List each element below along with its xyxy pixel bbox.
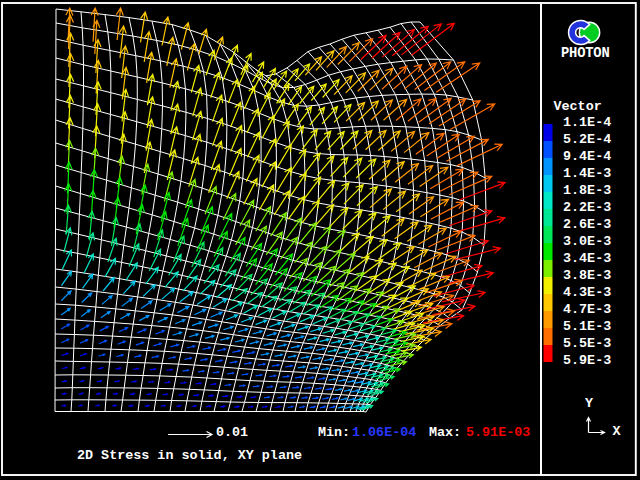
- svg-text:4.7E-3: 4.7E-3: [563, 302, 611, 317]
- svg-text:2D Stress in solid, XY plane: 2D Stress in solid, XY plane: [77, 448, 302, 463]
- svg-text:Max:: Max:: [429, 425, 461, 440]
- svg-text:5.9E-3: 5.9E-3: [563, 353, 611, 368]
- svg-text:5.2E-4: 5.2E-4: [563, 132, 611, 147]
- svg-text:PHOTON: PHOTON: [561, 46, 609, 61]
- svg-text:5.1E-3: 5.1E-3: [563, 319, 611, 334]
- svg-text:1.4E-3: 1.4E-3: [563, 166, 611, 181]
- svg-text:1.8E-3: 1.8E-3: [563, 183, 611, 198]
- svg-text:Min:: Min:: [318, 425, 350, 440]
- svg-text:2.6E-3: 2.6E-3: [563, 217, 611, 232]
- svg-text:Vector: Vector: [554, 99, 602, 114]
- svg-text:1.1E-4: 1.1E-4: [563, 115, 611, 130]
- svg-text:0.01: 0.01: [216, 425, 248, 440]
- svg-text:5.91E-03: 5.91E-03: [466, 425, 530, 440]
- svg-text:4.3E-3: 4.3E-3: [563, 285, 611, 300]
- svg-text:5.5E-3: 5.5E-3: [563, 336, 611, 351]
- svg-text:3.4E-3: 3.4E-3: [563, 251, 611, 266]
- svg-text:3.0E-3: 3.0E-3: [563, 234, 611, 249]
- svg-text:1.06E-04: 1.06E-04: [352, 425, 416, 440]
- svg-text:Y: Y: [585, 396, 594, 411]
- svg-text:3.8E-3: 3.8E-3: [563, 268, 611, 283]
- svg-text:9.4E-4: 9.4E-4: [563, 149, 611, 164]
- svg-text:X: X: [613, 424, 622, 439]
- svg-text:2.2E-3: 2.2E-3: [563, 200, 611, 215]
